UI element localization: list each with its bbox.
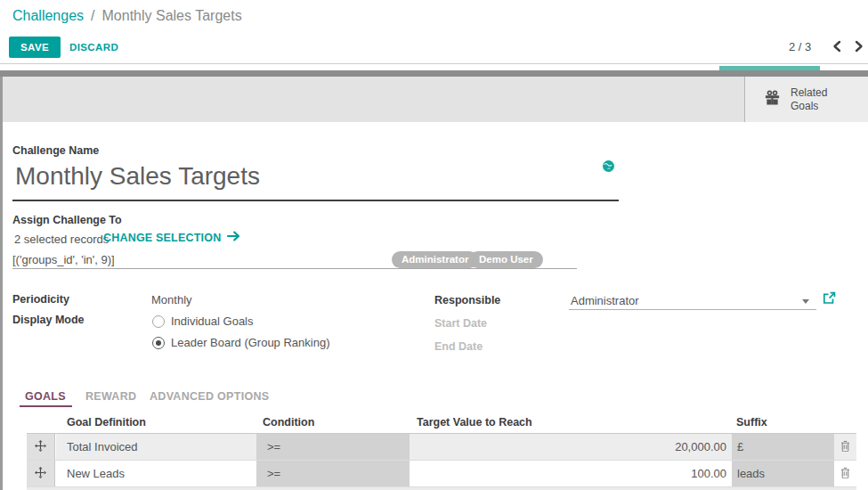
trash-icon <box>840 440 850 454</box>
cell-target-value[interactable]: 20,000.00 <box>410 434 732 460</box>
chevron-right-icon <box>854 42 864 55</box>
domain-input[interactable]: [('groups_id', 'in', 9)] <box>12 253 115 266</box>
tab-reward[interactable]: REWARD <box>85 390 136 403</box>
sheet-top-border <box>0 70 868 77</box>
domain-field-underline <box>12 268 577 269</box>
pager-previous-button[interactable] <box>831 40 843 53</box>
end-date-label: End Date <box>434 340 483 353</box>
cell-target-value[interactable]: 100.00 <box>410 461 732 486</box>
move-icon <box>35 440 46 454</box>
statusbar-band <box>0 77 868 122</box>
cell-suffix: leads <box>732 461 834 486</box>
column-header-goal-definition: Goal Definition <box>67 416 146 429</box>
save-button[interactable]: SAVE <box>9 37 61 58</box>
drag-handle[interactable] <box>27 461 55 486</box>
sheet-left-border <box>0 77 3 490</box>
related-goals-button[interactable]: Related Goals <box>744 77 868 122</box>
related-goals-label: Related Goals <box>791 86 827 113</box>
tab-advanced-options[interactable]: ADVANCED OPTIONS <box>150 390 269 403</box>
active-tab-underline <box>20 405 72 407</box>
column-header-target-value: Target Value to Reach <box>417 416 532 429</box>
assign-challenge-label: Assign Challenge To <box>12 214 122 226</box>
arrow-right-icon <box>227 231 240 244</box>
challenge-name-label: Challenge Name <box>12 144 99 157</box>
user-tag: Demo User <box>469 251 543 268</box>
trash-icon <box>840 467 850 481</box>
periodicity-label: Periodicity <box>12 293 69 306</box>
challenge-form-page: Challenges / Monthly Sales Targets SAVE … <box>0 0 868 490</box>
column-header-condition: Condition <box>263 416 314 429</box>
periodicity-value[interactable]: Monthly <box>151 293 192 306</box>
selected-records-text: 2 selected records <box>14 233 109 246</box>
table-row: New Leads >= 100.00 leads <box>27 461 856 487</box>
cell-condition: >= <box>256 461 410 486</box>
delete-row-button[interactable] <box>834 461 856 486</box>
globe-icon[interactable] <box>603 159 614 176</box>
responsible-field-underline <box>569 309 816 310</box>
cell-suffix: £ <box>732 434 834 460</box>
challenge-name-input[interactable]: Monthly Sales Targets <box>15 162 260 191</box>
breadcrumb-separator: / <box>91 8 94 24</box>
move-icon <box>35 467 46 481</box>
breadcrumb-challenges-link[interactable]: Challenges <box>12 8 84 24</box>
drag-handle[interactable] <box>27 434 55 460</box>
gift-icon <box>764 89 781 110</box>
start-date-label: Start Date <box>434 317 487 330</box>
change-selection-label: CHANGE SELECTION <box>103 232 221 244</box>
table-row: Total Invoiced >= 20,000.00 £ <box>27 434 856 461</box>
challenge-name-underline <box>12 200 619 201</box>
delete-row-button[interactable] <box>834 434 856 460</box>
responsible-label: Responsible <box>434 294 500 306</box>
external-link-icon[interactable] <box>823 291 836 308</box>
header-divider <box>0 63 868 64</box>
cell-condition: >= <box>256 434 410 460</box>
discard-button[interactable]: DISCARD <box>69 42 118 53</box>
display-mode-label: Display Mode <box>12 314 85 326</box>
responsible-input[interactable]: Administrator <box>571 294 639 307</box>
breadcrumb-current: Monthly Sales Targets <box>102 8 242 24</box>
goals-table: Goal Definition Condition Target Value t… <box>27 412 856 487</box>
radio-leader-board-label[interactable]: Leader Board (Group Ranking) <box>171 336 330 349</box>
record-pager-count[interactable]: 2 / 3 <box>789 40 811 53</box>
pager-next-button[interactable] <box>853 40 865 53</box>
column-header-suffix: Suffix <box>736 416 767 429</box>
radio-individual-goals-label[interactable]: Individual Goals <box>171 314 254 328</box>
change-selection-button[interactable]: CHANGE SELECTION <box>103 231 240 244</box>
radio-individual-goals[interactable] <box>152 315 165 328</box>
cell-goal-definition[interactable]: New Leads <box>56 461 256 486</box>
tab-goals[interactable]: GOALS <box>25 390 66 403</box>
user-tag: Administrator <box>392 251 478 268</box>
goals-table-header: Goal Definition Condition Target Value t… <box>27 412 856 434</box>
caret-down-icon[interactable] <box>802 299 809 304</box>
radio-leader-board[interactable] <box>152 337 165 349</box>
cell-goal-definition[interactable]: Total Invoiced <box>56 434 256 460</box>
chevron-left-icon <box>831 42 842 55</box>
breadcrumb: Challenges / Monthly Sales Targets <box>12 8 242 24</box>
